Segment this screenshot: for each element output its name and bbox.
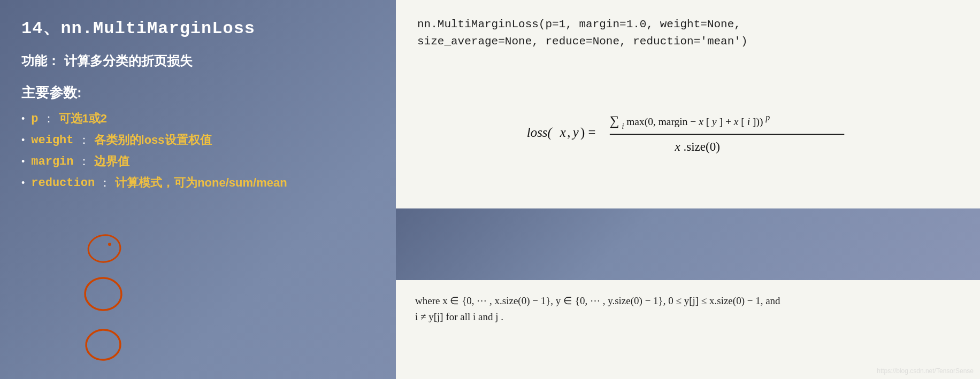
subtitle-label: 功能： [21, 52, 60, 69]
svg-text:x: x [560, 125, 566, 139]
svg-text:) =: ) = [580, 125, 595, 140]
api-line2: size_average=None, reduce=None, reductio… [417, 33, 959, 50]
list-item: • weight ： 各类别的loss设置权值 [21, 132, 374, 148]
param-value-margin: 边界值 [94, 153, 129, 169]
page-title: 14、nn.MultiMarginLoss [21, 16, 374, 40]
list-item: • reduction ： 计算模式，可为none/sum/mean [21, 175, 374, 191]
right-panel: nn.MultiMarginLoss(p=1, margin=1.0, weig… [396, 0, 980, 379]
annotation-circles [83, 233, 136, 379]
param-value-weight: 各类别的loss设置权值 [94, 132, 212, 148]
param-sep-reduction: ： [99, 175, 111, 191]
svg-text:loss(: loss( [527, 125, 553, 140]
where-line1: where x ∈ {0, ⋯ , x.size(0) − 1}, y ∈ {0… [415, 293, 780, 309]
param-key-p: p [31, 112, 38, 126]
svg-text:∑
            i
             m: ∑ i max(0, margin − x [ y ] + x [ i ])) … [610, 112, 770, 130]
svg-point-3 [85, 329, 121, 361]
param-sep-margin: ： [78, 153, 90, 169]
params-list: • p ： 可选1或2 • weight ： 各类别的loss设置权值 • ma… [21, 111, 374, 191]
top-formula-box: nn.MultiMarginLoss(p=1, margin=1.0, weig… [396, 0, 980, 208]
bullet-icon: • [21, 113, 25, 125]
list-item: • margin ： 边界值 [21, 153, 374, 169]
main-container: 14、nn.MultiMarginLoss 功能： 计算多分类的折页损失 主要参… [0, 0, 980, 379]
param-key-margin: margin [31, 155, 73, 168]
bullet-icon: • [21, 156, 25, 167]
svg-text:,: , [567, 125, 570, 139]
param-value-reduction: 计算模式，可为none/sum/mean [115, 175, 287, 191]
subtitle-content: 计算多分类的折页损失 [64, 52, 193, 69]
bullet-icon: • [21, 177, 25, 189]
param-key-reduction: reduction [31, 176, 95, 190]
formula-svg: loss( x , y ) = ∑ i max(0, margin − x [ [522, 97, 854, 167]
watermark: https://blog.csdn.net/TensorSense [877, 367, 974, 375]
svg-point-0 [87, 233, 122, 264]
bottom-description-box: where x ∈ {0, ⋯ , x.size(0) − 1}, y ∈ {0… [396, 280, 980, 379]
gap-area [396, 208, 980, 280]
params-title: 主要参数: [21, 83, 374, 102]
param-key-weight: weight [31, 134, 73, 147]
formula-area: loss( x , y ) = ∑ i max(0, margin − x [ [417, 71, 959, 192]
param-sep-p: ： [43, 111, 55, 127]
svg-point-1 [108, 243, 111, 246]
where-description: where x ∈ {0, ⋯ , x.size(0) − 1}, y ∈ {0… [415, 293, 780, 326]
bullet-icon: • [21, 135, 25, 146]
api-signature: nn.MultiMarginLoss(p=1, margin=1.0, weig… [417, 16, 959, 50]
param-value-p: 可选1或2 [59, 111, 107, 127]
svg-text:y: y [571, 125, 579, 139]
svg-point-2 [84, 277, 122, 311]
where-line2: i ≠ y[j] for all i and j . [415, 309, 780, 325]
param-sep-weight: ： [78, 132, 90, 148]
left-panel: 14、nn.MultiMarginLoss 功能： 计算多分类的折页损失 主要参… [0, 0, 396, 379]
api-line1: nn.MultiMarginLoss(p=1, margin=1.0, weig… [417, 16, 959, 33]
svg-text:x
            .size(0): x .size(0) [675, 140, 720, 153]
list-item: • p ： 可选1或2 [21, 111, 374, 127]
